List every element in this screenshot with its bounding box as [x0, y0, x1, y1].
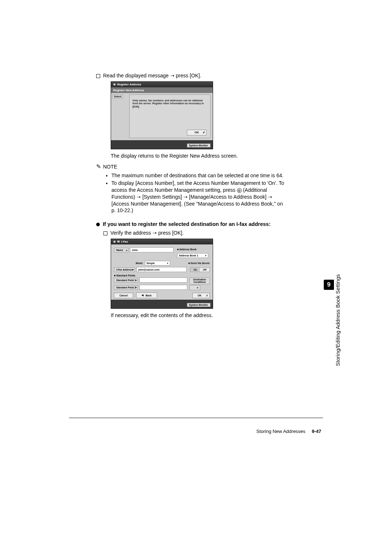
return-text: The display returns to the Register New …: [111, 153, 285, 159]
std-field-2-button[interactable]: Standard Field 2: [114, 285, 138, 290]
section-title: If you want to register the selected des…: [103, 221, 271, 227]
ss2-titlebar: ⊛ ✉ I-Fax: [111, 239, 213, 244]
footer-rule: [69, 418, 323, 418]
send-via-server-toggle[interactable]: On Off: [190, 267, 210, 272]
name-button[interactable]: Name: [114, 248, 128, 252]
globe-icon: ⊛: [113, 240, 116, 243]
note-heading: ✎ NOTE: [96, 163, 285, 170]
address-book-dropdown[interactable]: Address Book 1: [177, 253, 208, 258]
name-field[interactable]: John: [130, 247, 173, 252]
address-book-heading: ■ Address Book: [177, 248, 210, 251]
ss1-title: Register Address: [117, 83, 141, 86]
note-list: The maximum number of destinations that …: [111, 172, 285, 214]
back-button[interactable]: ◀ Back: [136, 292, 157, 298]
ok-button[interactable]: OK: [187, 130, 207, 135]
step1-prefix: Read the displayed message: [103, 73, 169, 78]
pencil-icon: ✎: [96, 163, 101, 170]
checkbox-icon: [96, 74, 100, 78]
send-via-server-heading: ■ Send Via Server: [188, 262, 210, 264]
std-field-2-input[interactable]: [139, 285, 187, 290]
ok-button[interactable]: OK: [192, 293, 210, 298]
standard-fields-heading: ■ Standard Fields: [114, 274, 210, 277]
ss1-message-box: Only names, fax numbers, and addresses c…: [129, 94, 211, 138]
note-item-1: The maximum number of destinations that …: [111, 172, 285, 179]
page-footer: Storing New Addresses 9-47: [256, 429, 321, 434]
mail-icon: ✉: [117, 240, 120, 243]
side-chapter-tab: 9: [324, 280, 334, 290]
footer-section: Storing New Addresses: [256, 429, 305, 434]
ifax-address-field[interactable]: john@canon.com: [136, 267, 187, 272]
step2-prefix: Verify the address: [110, 230, 151, 236]
instruction-read-message: Read the displayed message ➝ press [OK].: [96, 73, 285, 78]
toggle-off[interactable]: Off: [200, 268, 209, 272]
side-chapter-title: Storing/Editing Address Book Settings: [335, 274, 341, 366]
section-heading: If you want to register the selected des…: [96, 221, 285, 227]
ss2-title: I-Fax: [121, 240, 128, 243]
ifax-address-button[interactable]: I-Fax Address: [114, 267, 135, 272]
ss1-message: Only names, fax numbers, and addresses c…: [132, 99, 207, 108]
cancel-button[interactable]: Cancel: [114, 293, 133, 298]
std-field-1-button[interactable]: Standard Field 1: [114, 278, 138, 283]
system-monitor-button[interactable]: System Monitor: [187, 143, 211, 147]
additional-functions-icon: ⊛: [237, 188, 242, 193]
note-label: NOTE: [103, 164, 117, 170]
bullet-icon: [96, 223, 100, 226]
arrow-icon: ➝: [170, 73, 175, 78]
step1-suffix: press [OK].: [176, 73, 201, 78]
toggle-on[interactable]: On: [191, 268, 200, 272]
ss1-titlebar: ⊛ Register Address: [111, 82, 213, 87]
screenshot-register-address: ⊛ Register Address Register New Address …: [111, 81, 213, 149]
destination-conditions-arrow-button[interactable]: ▸: [189, 285, 200, 290]
system-monitor-button[interactable]: System Monitor: [187, 303, 211, 307]
arrow-icon: ➝: [268, 194, 272, 200]
arrow-icon: ➝: [183, 194, 188, 200]
footer-page-number: 9-47: [312, 429, 321, 434]
destination-conditions-button[interactable]: Destination Conditions: [189, 278, 210, 284]
ss1-subtitle: Register New Address: [111, 87, 213, 93]
mode-dropdown[interactable]: Simple: [145, 261, 170, 266]
select-button[interactable]: Select: [113, 94, 123, 98]
std-field-1-input[interactable]: [139, 278, 187, 283]
mode-label: Mode:: [136, 262, 143, 264]
after-text: If necessary, edit the contents of the a…: [111, 312, 285, 318]
note-item-2: To display [Access Number], set the Acce…: [111, 180, 285, 214]
instruction-verify-address: Verify the address ➝ press [OK].: [103, 230, 285, 236]
arrow-icon: ➝: [136, 194, 141, 200]
step2-suffix: press [OK].: [158, 230, 184, 236]
globe-icon: ⊛: [113, 83, 116, 86]
checkbox-icon: [103, 231, 107, 235]
arrow-icon: ➝: [152, 230, 157, 236]
screenshot-ifax: ⊛ ✉ I-Fax Name John ■ Address Book Addre…: [111, 239, 213, 309]
